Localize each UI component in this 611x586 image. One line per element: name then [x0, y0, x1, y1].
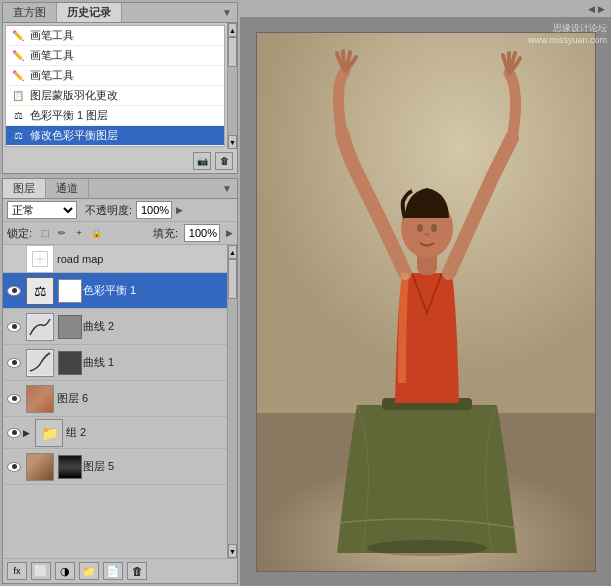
- lock-position-btn[interactable]: ✏: [55, 226, 69, 240]
- history-item[interactable]: ⚖ 色彩平衡 1 图层: [6, 106, 224, 126]
- layers-scroll-down[interactable]: ▼: [228, 544, 237, 558]
- lock-pixels-btn[interactable]: ⬚: [38, 226, 52, 240]
- brush-icon: ✏️: [10, 28, 26, 44]
- layers-scroll-up[interactable]: ▲: [228, 245, 237, 259]
- layer-row-layer5[interactable]: 图层 5: [3, 449, 227, 485]
- eye-icon: [7, 286, 21, 296]
- layer-delete-btn[interactable]: 🗑: [127, 562, 147, 580]
- dancer-svg: [257, 33, 596, 572]
- layers-scroll-thumb[interactable]: [228, 259, 237, 299]
- brush-icon: ✏️: [10, 48, 26, 64]
- layer-vis-layer5[interactable]: [5, 458, 23, 476]
- lock-label: 锁定:: [7, 226, 32, 241]
- layer-vis-layer6[interactable]: [5, 390, 23, 408]
- history-panel-tabs: 直方图 历史记录 ▼: [3, 3, 237, 23]
- layer-row-curves2[interactable]: 曲线 2: [3, 309, 227, 345]
- layer-icon-colorbalance: ⚖: [26, 277, 54, 305]
- layers-footer: fx ⬜ ◑ 📁 📄 🗑: [3, 558, 237, 583]
- history-delete-btn[interactable]: 🗑: [215, 152, 233, 170]
- layer-name-colorbalance: 色彩平衡 1: [83, 283, 225, 298]
- layer-icon-curves1: [26, 349, 54, 377]
- watermark-line1: 思缘设计论坛: [528, 22, 607, 35]
- scroll-down-btn[interactable]: ▼: [228, 135, 237, 149]
- layer-name-curves1: 曲线 1: [83, 355, 225, 370]
- scroll-thumb[interactable]: [228, 37, 237, 67]
- brush-icon: ✏️: [10, 68, 26, 84]
- layer-thumb-layer5b: [58, 455, 82, 479]
- eye-icon: [7, 462, 21, 472]
- history-item[interactable]: 📋 图层蒙版羽化更改: [6, 86, 224, 106]
- dancer-photo: [256, 32, 596, 572]
- tab-histogram[interactable]: 直方图: [3, 3, 57, 22]
- layer-thumb-group2: 📁: [35, 419, 63, 447]
- opacity-arrow[interactable]: ▶: [176, 205, 183, 215]
- panel-controls: ◀ ▶: [588, 4, 605, 14]
- tab-channels[interactable]: 通道: [46, 179, 89, 198]
- history-scrollbar[interactable]: ▲ ▼: [227, 23, 237, 149]
- layer-fx-btn[interactable]: fx: [7, 562, 27, 580]
- eye-icon: [7, 428, 21, 438]
- lock-lock-btn[interactable]: 🔒: [89, 226, 103, 240]
- layer-row-roadmap[interactable]: road map: [3, 245, 227, 273]
- eye-icon: [7, 358, 21, 368]
- opacity-label: 不透明度:: [85, 203, 132, 218]
- layers-collapse-btn[interactable]: ▼: [217, 183, 237, 194]
- watermark-line2: www.missyuan.com: [528, 35, 607, 45]
- svg-point-16: [431, 224, 437, 232]
- layer-vis-roadmap[interactable]: [5, 250, 23, 268]
- layer-row-layer6[interactable]: 图层 6: [3, 381, 227, 417]
- layer-name-curves2: 曲线 2: [83, 319, 225, 334]
- svg-point-17: [367, 540, 487, 556]
- layer-vis-curves1[interactable]: [5, 354, 23, 372]
- layers-panel-tabs: 图层 通道 ▼: [3, 179, 237, 199]
- curves-icon: [28, 315, 52, 339]
- tab-history[interactable]: 历史记录: [57, 3, 122, 22]
- lock-all-btn[interactable]: +: [72, 226, 86, 240]
- layer-mask-thumb-colorbalance: [58, 279, 82, 303]
- layer-thumb-layer5a: [26, 453, 54, 481]
- layer-name-layer5: 图层 5: [83, 459, 225, 474]
- layer-new-btn[interactable]: 📄: [103, 562, 123, 580]
- layer-row-curves1[interactable]: 曲线 1: [3, 345, 227, 381]
- layer-adjustment-btn[interactable]: ◑: [55, 562, 75, 580]
- layer-icon-curves2: [26, 313, 54, 341]
- fill-arrow[interactable]: ▶: [226, 228, 233, 238]
- layers-list: road map ⚖ 色彩平衡 1: [3, 245, 227, 558]
- scroll-track: [228, 37, 237, 135]
- photo-header: ◀ ▶: [240, 0, 611, 18]
- blend-mode-select[interactable]: 正常: [7, 201, 77, 219]
- opacity-input[interactable]: [136, 201, 172, 219]
- layers-scrollbar[interactable]: ▲ ▼: [227, 245, 237, 558]
- lock-icons: ⬚ ✏ + 🔒: [38, 226, 103, 240]
- layer-row-colorbalance[interactable]: ⚖ 色彩平衡 1: [3, 273, 227, 309]
- fill-label: 填充:: [153, 226, 178, 241]
- layers-blend-controls: 正常 不透明度: ▶: [3, 199, 237, 222]
- photo-area: 思缘设计论坛 www.missyuan.com: [240, 18, 611, 586]
- history-collapse-btn[interactable]: ▼: [217, 7, 237, 18]
- layer-vis-group2[interactable]: [5, 424, 23, 442]
- layer-mask-curves1: [58, 351, 82, 375]
- tab-layers[interactable]: 图层: [3, 179, 46, 198]
- history-item[interactable]: ✏️ 画笔工具: [6, 66, 224, 86]
- layer-vis-colorbalance[interactable]: [5, 282, 23, 300]
- fill-input[interactable]: [184, 224, 220, 242]
- right-panel: ◀ ▶ 思缘设计论坛 www.missyuan.com: [240, 0, 611, 586]
- svg-rect-3: [28, 315, 52, 339]
- layers-panel: 图层 通道 ▼ 正常 不透明度: ▶ 锁定: ⬚ ✏ + 🔒 填充: ▶: [2, 178, 238, 584]
- balance-icon: ⚖: [10, 108, 26, 124]
- layer-vis-curves2[interactable]: [5, 318, 23, 336]
- curves-icon2: [28, 351, 52, 375]
- history-item[interactable]: ✏️ 画笔工具: [6, 46, 224, 66]
- layer-group-btn[interactable]: 📁: [79, 562, 99, 580]
- balance-icon: ⚖: [10, 128, 26, 144]
- watermark: 思缘设计论坛 www.missyuan.com: [528, 22, 607, 45]
- history-panel: 直方图 历史记录 ▼ ✏️ 画笔工具 ✏️ 画笔工具 ✏️ 画笔工具 📋: [2, 2, 238, 174]
- history-item[interactable]: ✏️ 画笔工具: [6, 26, 224, 46]
- history-item-selected[interactable]: ⚖ 修改色彩平衡图层: [6, 126, 224, 146]
- layer-mask-btn[interactable]: ⬜: [31, 562, 51, 580]
- history-new-btn[interactable]: 📷: [193, 152, 211, 170]
- scroll-up-btn[interactable]: ▲: [228, 23, 237, 37]
- layer-row-group2[interactable]: ▶ 📁 组 2: [3, 417, 227, 449]
- layer-name-group2: 组 2: [66, 425, 225, 440]
- group-triangle-icon[interactable]: ▶: [23, 428, 30, 438]
